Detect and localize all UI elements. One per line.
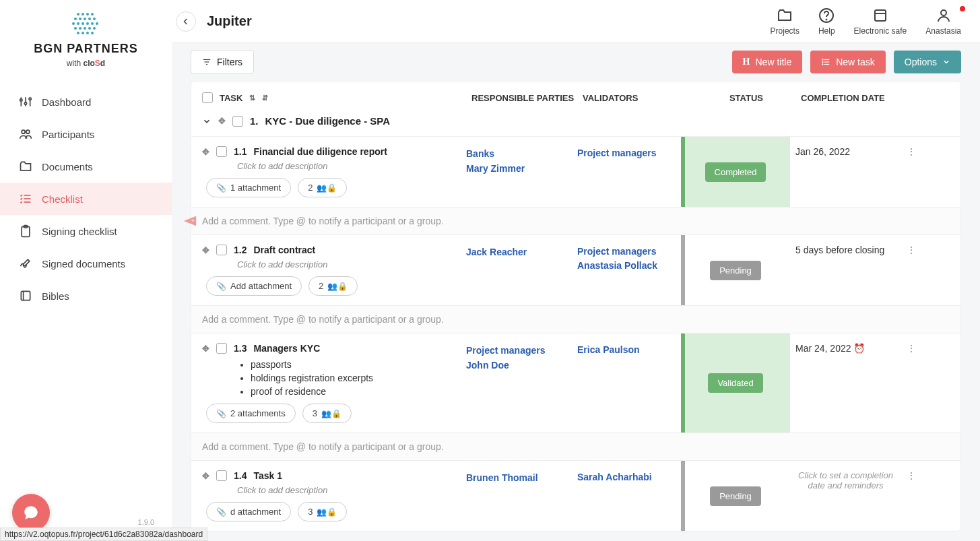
share-pill[interactable]: 2 👥🔒	[298, 178, 347, 197]
svg-point-23	[91, 32, 94, 34]
sidebar-item-label: Checklist	[42, 193, 83, 205]
col-completion-date[interactable]: Mar 24, 2022 ⏰	[790, 333, 901, 433]
task-number: 1.2	[234, 245, 247, 255]
responsible-party[interactable]: Banks	[466, 146, 566, 161]
sidebar-item-documents[interactable]: Documents	[0, 150, 172, 183]
sidebar-item-signing[interactable]: Signing checklist	[0, 215, 172, 247]
drag-icon[interactable]: ✥	[202, 344, 209, 354]
row-menu-button[interactable]: ⋮	[901, 137, 921, 207]
task-description-placeholder[interactable]: Click to add description	[237, 485, 450, 495]
task-description-placeholder[interactable]: Click to add description	[237, 259, 450, 269]
signature-icon	[19, 257, 32, 270]
task-checkbox[interactable]	[216, 245, 227, 255]
new-title-button[interactable]: H New title	[732, 51, 803, 73]
col-completion-date[interactable]: Click to set a completion date and remin…	[790, 461, 901, 531]
attachment-pill[interactable]: 📎 2 attachments	[206, 404, 296, 423]
svg-point-10	[77, 22, 79, 25]
attachment-pill[interactable]: 📎 d attachment	[206, 502, 291, 521]
svg-point-20	[77, 32, 79, 34]
task-checkbox[interactable]	[216, 343, 227, 354]
task-checkbox[interactable]	[216, 146, 227, 157]
row-menu-button[interactable]: ⋮	[901, 461, 921, 531]
validator[interactable]: Project managers	[577, 146, 676, 160]
comment-input[interactable]: Add a comment. Type @ to notify a partic…	[191, 433, 960, 460]
top-action-user[interactable]: Anastasia	[925, 7, 961, 36]
task-title[interactable]: Financial due diligence report	[253, 146, 387, 157]
filters-button[interactable]: Filters	[191, 50, 254, 74]
chat-fab[interactable]	[12, 494, 50, 532]
section-header[interactable]: ✥ 1. KYC - Due diligence - SPA	[191, 110, 960, 136]
select-all-checkbox[interactable]	[202, 92, 213, 103]
drag-icon[interactable]: ✥	[202, 147, 209, 157]
users-lock-icon: 👥🔒	[317, 507, 337, 517]
task-description-placeholder[interactable]: Click to add description	[237, 161, 450, 171]
row-menu-button[interactable]: ⋮	[901, 333, 921, 433]
logo-block: BGN PARTNERS with cloSd	[0, 0, 172, 73]
comment-input[interactable]: + Add a comment. Type @ to notify a part…	[191, 207, 960, 234]
task-row: ✥ 1.1 Financial due diligence report Cli…	[191, 136, 960, 207]
section-title: KYC - Due diligence - SPA	[265, 115, 391, 127]
col-status[interactable]: Pending	[681, 461, 790, 531]
svg-point-4	[74, 18, 77, 20]
col-status[interactable]: Validated	[681, 333, 790, 433]
attachment-pill[interactable]: 📎 1 attachment	[206, 178, 291, 197]
top-action-safe[interactable]: Electronic safe	[854, 7, 907, 36]
col-responsible: Brunen Thomail	[461, 461, 572, 531]
share-pill[interactable]: 2 👥🔒	[308, 276, 358, 296]
task-title[interactable]: Draft contract	[253, 245, 315, 255]
share-pill[interactable]: 3 👥🔒	[302, 404, 352, 423]
sort-numeric-icon[interactable]: ⇅	[249, 94, 255, 102]
validator[interactable]: Sarah Acharhabi	[577, 470, 676, 484]
col-completion-date[interactable]: Jan 26, 2022	[790, 137, 901, 207]
sidebar-item-dashboard[interactable]: Dashboard	[0, 86, 172, 118]
drag-icon[interactable]: ✥	[202, 245, 209, 255]
validator[interactable]: Project managers Anastasia Pollack	[577, 245, 676, 273]
row-menu-button[interactable]: ⋮	[901, 235, 921, 305]
top-action-help[interactable]: Help	[818, 7, 835, 36]
top-action-label: Projects	[771, 26, 799, 36]
topbar: Jupiter Projects Help Electronic safe An…	[172, 0, 980, 43]
responsible-party[interactable]: Brunen Thomail	[466, 470, 566, 485]
validator[interactable]: Erica Paulson	[577, 343, 676, 357]
section-num: 1.	[250, 115, 259, 127]
svg-point-3	[91, 13, 94, 15]
share-pill[interactable]: 3 👥🔒	[298, 502, 347, 521]
section-checkbox[interactable]	[232, 116, 243, 127]
responsible-party[interactable]: John Doe	[466, 358, 566, 373]
sidebar-item-checklist[interactable]: Checklist	[0, 183, 172, 215]
drag-icon[interactable]: ✥	[202, 471, 209, 481]
attachment-pill[interactable]: 📎 Add attachment	[206, 276, 302, 296]
share-count: 3	[308, 507, 313, 517]
sidebar-item-bibles[interactable]: Bibles	[0, 280, 172, 312]
options-button[interactable]: Options	[894, 51, 961, 73]
responsible-party[interactable]: Project managers	[466, 343, 566, 358]
col-resp-label: RESPONSIBLE PARTIES	[471, 93, 583, 103]
responsible-party[interactable]: Mary Zimmer	[466, 161, 566, 176]
col-status[interactable]: Pending	[681, 235, 790, 305]
task-checkbox[interactable]	[216, 470, 227, 481]
new-task-button[interactable]: New task	[810, 51, 886, 73]
sort-alpha-icon[interactable]: ⇵	[262, 94, 268, 102]
svg-point-31	[26, 130, 30, 133]
svg-text:+: +	[191, 218, 195, 224]
col-responsible: Jack Reacher	[461, 235, 572, 305]
svg-point-1	[81, 13, 84, 15]
back-button[interactable]	[176, 11, 196, 32]
completion-date: Mar 24, 2022	[795, 343, 851, 354]
sidebar-item-label: Signed documents	[42, 258, 125, 269]
sidebar-item-signed[interactable]: Signed documents	[0, 247, 172, 280]
completion-date-hint[interactable]: Click to set a completion date and remin…	[795, 470, 896, 490]
task-title[interactable]: Task 1	[253, 470, 282, 481]
svg-point-51	[822, 61, 823, 62]
task-title[interactable]: Managers KYC	[253, 343, 320, 354]
responsible-party[interactable]: Jack Reacher	[466, 245, 566, 259]
insert-task-icon[interactable]: +	[183, 214, 197, 228]
col-completion-date[interactable]: 5 days before closing	[790, 235, 901, 305]
drag-icon[interactable]: ✥	[218, 116, 226, 126]
sidebar-item-participants[interactable]: Participants	[0, 118, 172, 150]
svg-rect-37	[21, 291, 30, 300]
comment-input[interactable]: Add a comment. Type @ to notify a partic…	[191, 305, 960, 333]
top-action-projects[interactable]: Projects	[771, 7, 799, 36]
chevron-down-icon[interactable]	[202, 117, 211, 126]
col-status[interactable]: Completed	[681, 137, 790, 207]
